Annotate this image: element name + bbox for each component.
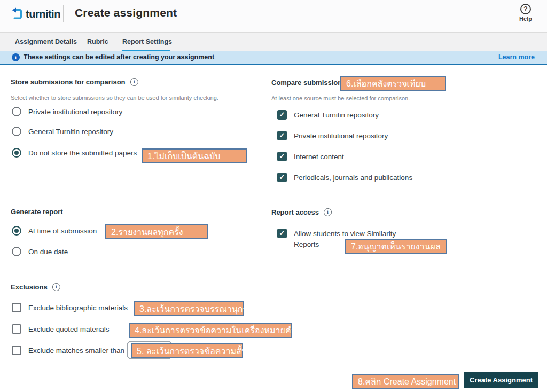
annotation-step-1: 1.ไม่เก็บเป็นต้นฉบับ (142, 148, 247, 163)
store-heading-text: Store submissions for comparison (11, 78, 126, 86)
checkbox-private-institutional-repository[interactable]: ✓ Private institutional repository (277, 131, 388, 140)
radio-unselected-icon[interactable] (12, 247, 21, 256)
radio-label[interactable]: Do not store the submitted papers (28, 149, 137, 157)
exclusions-info-icon[interactable]: i (52, 283, 60, 291)
info-banner: i These settings can be edited after cre… (0, 51, 547, 65)
radio-option-at-time-of-submission[interactable]: At time of submission (12, 226, 97, 236)
label-line-2: Reports (294, 240, 319, 248)
access-section-heading: Report access i (271, 208, 332, 216)
radio-label[interactable]: On due date (28, 248, 68, 256)
create-assignment-button[interactable]: Create Assignment (464, 372, 538, 388)
turnitin-logo-icon (10, 7, 24, 21)
checkbox-exclude-matches-smaller[interactable]: Exclude matches smaller than (12, 346, 124, 355)
help-icon: ? (520, 4, 531, 14)
radio-unselected-icon[interactable] (12, 107, 21, 116)
checkbox-label[interactable]: Exclude bibliographic materials (28, 304, 128, 312)
checkbox-checked-icon[interactable]: ✓ (277, 152, 287, 161)
checkbox-internet-content[interactable]: ✓ Internet content (277, 152, 344, 161)
checkbox-unchecked-icon[interactable] (12, 324, 21, 334)
radio-selected-icon[interactable] (12, 226, 21, 236)
compare-section-heading: Compare submissions (271, 79, 346, 87)
footer-divider (0, 369, 547, 369)
checkbox-checked-icon[interactable]: ✓ (277, 229, 287, 238)
help-button[interactable]: ? Help (515, 4, 536, 22)
radio-label[interactable]: General Turnitin repository (28, 128, 113, 136)
store-section-subtitle: Select whether to store submissions so t… (11, 95, 218, 101)
checkbox-unchecked-icon[interactable] (12, 346, 21, 355)
exclusions-section-heading: Exclusions i (11, 283, 60, 291)
annotation-step-4: 4.ละเว้นการตรวจข้อความในเครื่องหมายคำพูด (129, 323, 292, 338)
exclusions-heading-text: Exclusions (11, 283, 48, 291)
section-divider (0, 198, 547, 198)
compare-section-subtitle: At least one source must be selected for… (271, 95, 410, 101)
checkbox-checked-icon[interactable]: ✓ (277, 173, 287, 182)
section-divider (0, 273, 547, 273)
help-label: Help (515, 15, 536, 22)
checkbox-unchecked-icon[interactable] (12, 303, 21, 312)
radio-label[interactable]: At time of submission (28, 227, 97, 235)
access-info-icon[interactable]: i (324, 208, 332, 216)
tab-rubric[interactable]: Rubric (87, 33, 108, 51)
create-assignment-page: turnitin Create assignment ? Help Assign… (0, 0, 547, 392)
checkbox-label[interactable]: Periodicals, journals and publications (294, 174, 412, 182)
radio-option-general-repository[interactable]: General Turnitin repository (12, 127, 113, 136)
compare-heading-text: Compare submissions (271, 79, 346, 87)
checkbox-label[interactable]: Internet content (294, 153, 344, 161)
banner-message: These settings can be edited after creat… (24, 53, 214, 61)
info-icon: i (12, 53, 20, 61)
page-title: Create assignment (75, 6, 177, 19)
checkbox-label[interactable]: General Turnitin repository (294, 111, 379, 119)
annotation-step-5: 5. ละเว้นการตรวจข้อความสั้น (131, 343, 243, 358)
annotation-step-7: 7.อนุญาตเห็นรายงานผล (345, 239, 447, 254)
brand-name: turnitin (26, 8, 60, 20)
learn-more-link[interactable]: Learn more (498, 53, 535, 61)
checkbox-label[interactable]: Private institutional repository (294, 132, 388, 140)
checkbox-exclude-quoted[interactable]: Exclude quoted materials (12, 324, 110, 334)
generate-section-heading: Generate report (11, 208, 63, 216)
tab-assignment-details[interactable]: Assignment Details (15, 33, 77, 51)
annotation-step-6: 6.เลือกคลังตรวจเทียบ (340, 76, 446, 91)
checkbox-periodicals-journals[interactable]: ✓ Periodicals, journals and publications (277, 173, 412, 182)
annotation-step-3: 3.ละเว้นการตรวจบรรณานุกรม (134, 301, 244, 316)
checkbox-label[interactable]: Exclude matches smaller than (28, 347, 124, 355)
checkbox-checked-icon[interactable]: ✓ (277, 131, 287, 140)
checkbox-general-turnitin-repository[interactable]: ✓ General Turnitin repository (277, 110, 379, 120)
header-divider (63, 5, 64, 22)
access-heading-text: Report access (271, 208, 319, 216)
tab-report-settings[interactable]: Report Settings (122, 33, 172, 51)
radio-option-do-not-store[interactable]: Do not store the submitted papers (12, 148, 137, 158)
radio-unselected-icon[interactable] (12, 127, 21, 136)
checkbox-checked-icon[interactable]: ✓ (277, 110, 287, 120)
store-info-icon[interactable]: i (130, 78, 138, 86)
tab-bar: Assignment Details Rubric Report Setting… (0, 32, 547, 51)
generate-heading-text: Generate report (11, 208, 63, 216)
app-header: turnitin Create assignment ? Help (0, 0, 547, 32)
radio-selected-icon[interactable] (12, 148, 21, 158)
label-line-1: Allow students to view Similarity (294, 230, 396, 238)
annotation-step-2: 2.รายงานผลทุกครั้ง (105, 224, 208, 239)
checkbox-exclude-bibliographic[interactable]: Exclude bibliographic materials (12, 303, 128, 312)
radio-label[interactable]: Private institutional repository (28, 108, 122, 116)
checkbox-label[interactable]: Exclude quoted materials (28, 325, 110, 333)
annotation-step-8: 8.คลิก Create Assignment (352, 374, 459, 389)
radio-option-private-repository[interactable]: Private institutional repository (12, 107, 122, 116)
radio-option-on-due-date[interactable]: On due date (12, 247, 68, 256)
store-section-heading: Store submissions for comparison i (11, 78, 138, 86)
